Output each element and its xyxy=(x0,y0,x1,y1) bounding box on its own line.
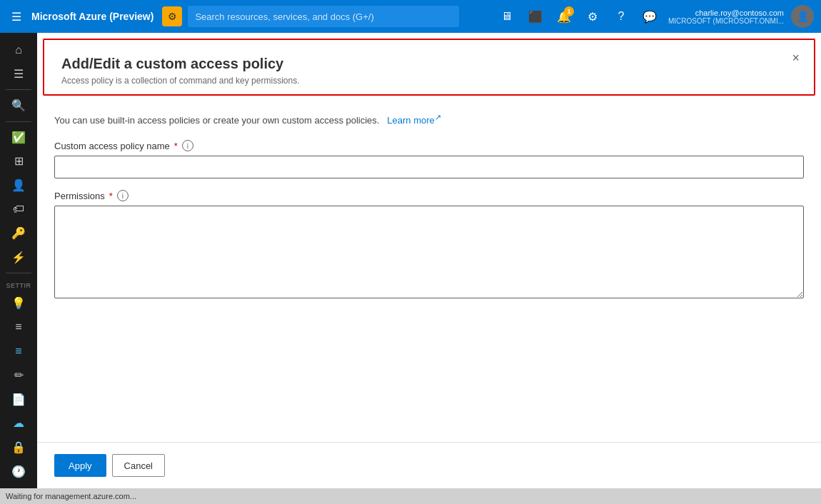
sidebar-separator-3 xyxy=(6,273,31,273)
external-link-icon: ↗ xyxy=(435,113,441,121)
sidebar-item-nav2[interactable]: ⊞ xyxy=(2,150,35,173)
clock-icon: 🕐 xyxy=(11,465,26,478)
status-bar-text: Waiting for management.azure.com... xyxy=(6,492,136,500)
sidebar-item-s3[interactable]: ≡ xyxy=(2,340,35,363)
bulb-icon: 💡 xyxy=(11,296,26,310)
cloud-shell-button[interactable]: ⬛ xyxy=(523,4,548,29)
policy-name-input[interactable] xyxy=(54,156,804,178)
user-email: charlie.roy@contoso.com xyxy=(695,9,784,17)
settings-badge-icon: ⚙ xyxy=(168,11,177,22)
feedback-icon: 💬 xyxy=(643,10,657,24)
help-button[interactable]: ? xyxy=(608,4,634,29)
policy-name-info-icon[interactable]: i xyxy=(182,140,193,151)
sidebar-item-s8[interactable]: 🕐 xyxy=(2,460,35,483)
permissions-textarea[interactable] xyxy=(54,206,804,298)
top-navbar: ☰ Microsoft Azure (Preview) ⚙ 🖥 ⬛ 🔔 1 ⚙ … xyxy=(0,0,821,33)
app-title: Microsoft Azure (Preview) xyxy=(31,11,153,22)
cloud-icon: ☁ xyxy=(13,416,24,430)
sidebar-item-nav6[interactable]: ⚡ xyxy=(2,246,35,269)
portal-icon-button[interactable]: 🖥 xyxy=(494,4,520,29)
policy-name-label-text: Custom access policy name xyxy=(54,141,170,151)
edit-icon: ✏ xyxy=(14,368,24,382)
document-icon: 📄 xyxy=(11,393,26,406)
settings-button[interactable]: ⚙ xyxy=(580,4,605,29)
sidebar-item-search[interactable]: 🔍 xyxy=(2,94,35,117)
policy-name-field: Custom access policy name * i xyxy=(54,140,804,178)
menu-icon: ☰ xyxy=(14,67,24,81)
sidebar: ⌂ ☰ 🔍 ✅ ⊞ 👤 🏷 🔑 ⚡ Settir 💡 xyxy=(0,33,37,488)
list-icon: ≡ xyxy=(15,321,21,333)
permissions-info-icon[interactable]: i xyxy=(117,190,129,201)
portal-icon: 🖥 xyxy=(501,10,513,23)
apply-button[interactable]: Apply xyxy=(54,454,106,477)
panel-header: Add/Edit a custom access policy Access p… xyxy=(43,39,815,96)
status-bar: Waiting for management.azure.com... xyxy=(0,488,821,504)
panel-title: Add/Edit a custom access policy xyxy=(61,54,797,73)
checklist-icon: ✅ xyxy=(11,131,26,144)
sidebar-separator-2 xyxy=(6,121,31,122)
permissions-field: Permissions * i xyxy=(54,190,804,301)
panel-footer: Apply Cancel xyxy=(37,442,821,488)
info-text-content: You can use built-in access policies or … xyxy=(54,115,379,126)
sidebar-item-nav3[interactable]: 👤 xyxy=(2,174,35,197)
key-icon: 🔑 xyxy=(11,226,26,240)
permissions-label-text: Permissions xyxy=(54,191,105,201)
sidebar-separator-1 xyxy=(6,89,31,90)
sidebar-item-s6[interactable]: ☁ xyxy=(2,412,35,435)
resource-icon: ⊞ xyxy=(14,154,24,168)
sidebar-item-nav4[interactable]: 🏷 xyxy=(2,198,35,221)
sidebar-item-nav5[interactable]: 🔑 xyxy=(2,222,35,245)
cancel-button[interactable]: Cancel xyxy=(112,454,165,477)
lock-icon: 🔒 xyxy=(11,440,26,454)
home-icon: ⌂ xyxy=(15,44,22,56)
feedback-button[interactable]: 💬 xyxy=(637,4,663,29)
notification-badge: 1 xyxy=(564,6,574,16)
tag-icon: 🏷 xyxy=(13,203,24,216)
azure-settings-badge[interactable]: ⚙ xyxy=(162,6,182,26)
sidebar-item-menu[interactable]: ☰ xyxy=(2,63,35,86)
sidebar-item-home[interactable]: ⌂ xyxy=(2,39,35,61)
search-input[interactable] xyxy=(188,6,459,27)
learn-more-link[interactable]: Learn more↗ xyxy=(387,115,440,126)
add-edit-policy-panel: Add/Edit a custom access policy Access p… xyxy=(37,33,821,488)
notifications-button[interactable]: 🔔 1 xyxy=(551,4,577,29)
sidebar-section-settings: Settir xyxy=(0,278,37,291)
gear-icon: ⚙ xyxy=(588,10,598,24)
lightning-icon: ⚡ xyxy=(11,251,26,264)
cloud-shell-icon: ⬛ xyxy=(528,10,543,24)
hamburger-menu-button[interactable]: ☰ xyxy=(7,6,26,28)
sidebar-item-s7[interactable]: 🔒 xyxy=(2,436,35,459)
help-icon: ? xyxy=(618,10,625,23)
policy-name-required-star: * xyxy=(174,141,178,151)
user-avatar[interactable]: 👤 xyxy=(791,5,814,28)
user-info[interactable]: charlie.roy@contoso.com MICROSOFT (MICRO… xyxy=(668,9,784,25)
panel-info-text: You can use built-in access policies or … xyxy=(54,113,804,126)
sidebar-item-s1[interactable]: 💡 xyxy=(2,292,35,315)
panel-close-button[interactable]: × xyxy=(789,49,802,67)
panel-body: You can use built-in access policies or … xyxy=(37,101,821,442)
custom-policy-icon: ≡ xyxy=(15,345,21,358)
content-area: Add/Edit a custom access policy Access p… xyxy=(37,33,821,488)
permissions-label: Permissions * i xyxy=(54,190,804,201)
panel-subtitle: Access policy is a collection of command… xyxy=(61,76,797,86)
navbar-icon-group: 🖥 ⬛ 🔔 1 ⚙ ? 💬 charlie.roy@contoso.com MI… xyxy=(494,4,814,29)
sidebar-item-s4[interactable]: ✏ xyxy=(2,364,35,387)
permissions-required-star: * xyxy=(109,191,113,201)
sidebar-item-s5[interactable]: 📄 xyxy=(2,388,35,411)
search-sidebar-icon: 🔍 xyxy=(11,99,26,112)
avatar-icon: 👤 xyxy=(797,11,809,22)
user-icon: 👤 xyxy=(11,178,26,192)
sidebar-item-nav1[interactable]: ✅ xyxy=(2,126,35,148)
policy-name-label: Custom access policy name * i xyxy=(54,140,804,151)
sidebar-item-s2[interactable]: ≡ xyxy=(2,316,35,339)
main-layout: ⌂ ☰ 🔍 ✅ ⊞ 👤 🏷 🔑 ⚡ Settir 💡 xyxy=(0,33,821,488)
learn-more-label: Learn more xyxy=(387,115,434,126)
user-tenant: MICROSOFT (MICROSOFT.ONMI... xyxy=(668,17,784,25)
